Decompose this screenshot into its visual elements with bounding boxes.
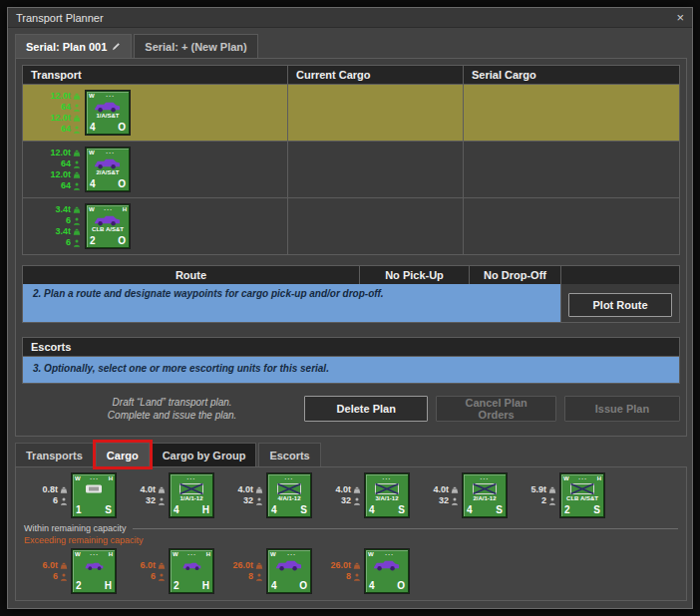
weight-icon [73,93,81,101]
unit-strength: 4 [467,504,473,515]
unit-counter[interactable]: W···1/A/S&T4O [86,91,130,135]
stat-line: 5.9t [530,484,556,495]
stat-line: 6 [66,215,81,226]
bottom-tab-cargo[interactable]: Cargo [96,443,150,466]
cargo-item[interactable]: 5.9t2W···HCLB A/S&T2S [513,473,604,517]
person-icon [73,104,81,112]
unit-counter[interactable]: W···4O [365,549,409,593]
unit-counter[interactable]: W···H2H [72,549,116,593]
person-icon [451,497,459,505]
stat-line: 2 [541,495,556,506]
cancel-plan-orders-button[interactable]: Cancel Plan Orders [436,396,556,422]
transport-row[interactable]: 12.0t6412.0t64W···1/A/S&T4O [23,84,679,141]
bottom-tab-escorts[interactable]: Escorts [258,443,320,466]
command-vehicle-icon [79,482,109,495]
vehicle-silhouette-icon [93,156,123,169]
weight-icon [353,486,361,494]
cargo-item-stats: 4.0t32 [122,484,166,506]
transport-cell: 3.4t63.4t6W···HCLB A/S&T2O [23,198,288,254]
unit-counter[interactable]: W···4O [267,549,311,593]
exceeding-capacity-label-row: Exceeding remaining capacity [24,535,678,545]
cargo-item[interactable]: 4.0t32···1/A/1-124H [122,473,213,517]
cargo-item[interactable]: 4.0t32···3/A/1-124S [317,473,409,517]
unit-designation [366,571,408,578]
cargo-item-stats: 4.0t32 [415,484,459,506]
cargo-item-stats: 6.0t6 [122,560,166,582]
unit-strength: 4 [271,504,277,515]
unit-counter[interactable]: W···HCLB A/S&T2S [560,473,604,517]
current-cargo-cell [288,198,464,254]
route-header-spacer [561,266,679,284]
person-icon [73,182,81,190]
stat-line: 26.0t [232,560,263,571]
plan-action-buttons: Delete PlanCancel Plan OrdersIssue Plan [304,396,680,422]
person-icon [158,573,166,581]
issue-plan-button[interactable]: Issue Plan [564,396,680,422]
unit-counter[interactable]: ···2/A/1-124S [463,473,507,517]
window-titlebar: Transport Planner × [8,8,692,28]
serial-cargo-cell [464,198,679,254]
unit-designation [73,495,115,502]
serial-tab-0[interactable]: Serial: Plan 001 [15,34,132,58]
cargo-item[interactable]: 26.0t8W···4O [219,549,311,593]
cargo-item-stats: 5.9t2 [513,484,556,506]
unit-status-letter: H [202,580,209,591]
unit-status-letter: S [300,504,307,515]
person-icon [60,573,68,581]
stat-line: 32 [439,495,459,506]
cargo-item[interactable]: 26.0t8W···4O [317,549,409,593]
serial-tab-label: Serial: Plan 001 [26,41,107,53]
cargo-panel: 0.8t6W···H1S4.0t32···1/A/1-124H4.0t32···… [15,466,687,601]
plot-route-button[interactable]: Plot Route [568,293,672,317]
plan-status-row: Draft “Land” transport plan. Complete an… [22,396,680,422]
unit-status-letter: O [118,235,126,246]
bottom-tab-cargo-by-group[interactable]: Cargo by Group [152,443,257,466]
weight-icon [73,115,81,123]
transport-cell: 12.0t6412.0t64W···1/A/S&T4O [23,85,288,141]
unit-designation: 2/A/1-12 [464,495,506,502]
cargo-item[interactable]: 6.0t6W···H2H [122,549,213,593]
unit-counter[interactable]: ···3/A/1-124S [365,473,409,517]
weight-icon [158,486,166,494]
weight-icon [73,150,81,157]
cargo-item-stats: 26.0t8 [219,560,263,582]
unit-counter[interactable]: W···H1S [72,473,116,517]
weight-icon [60,486,68,494]
transport-row[interactable]: 12.0t6412.0t64W···2/A/S&T4O [23,141,679,197]
delete-plan-button[interactable]: Delete Plan [304,396,428,422]
close-icon[interactable]: × [676,11,684,24]
unit-designation: CLB A/S&T [561,495,603,502]
unit-designation [73,571,115,578]
plan-status-text: Draft “Land” transport plan. Complete an… [40,396,304,422]
unit-status-letter: O [397,580,405,591]
current-cargo-cell [288,142,464,197]
unit-counter[interactable]: ···4/A/1-124S [267,473,311,517]
unit-counter[interactable]: W···2/A/S&T4O [86,148,130,191]
weight-icon [60,562,68,570]
bottom-tab-transports[interactable]: Transports [15,443,94,466]
infantry-symbol-icon [372,482,402,495]
cargo-item[interactable]: 6.0t6W···H2H [24,549,116,593]
unit-counter[interactable]: ···1/A/1-124H [170,473,213,517]
unit-counter[interactable]: W···H2H [170,549,213,593]
weight-icon [158,562,166,570]
serial-tab-1[interactable]: Serial: + (New Plan) [134,34,257,58]
person-icon [255,573,263,581]
transport-row[interactable]: 3.4t63.4t6W···HCLB A/S&T2O [23,197,679,254]
cargo-item[interactable]: 0.8t6W···H1S [24,473,116,517]
unit-counter[interactable]: W···HCLB A/S&T2O [86,204,130,248]
cargo-exceeding-row: 6.0t6W···H2H6.0t6W···H2H26.0t8W···4O26.0… [24,549,678,593]
route-instruction: 2. Plan a route and designate waypoints … [23,284,561,322]
vehicle-silhouette-icon [93,100,123,113]
cargo-item[interactable]: 4.0t32···2/A/1-124S [415,473,507,517]
within-capacity-label-row: Within remaining capacity [24,523,678,533]
weight-icon [353,562,361,570]
unit-designation: 1/A/1-12 [171,495,212,502]
infantry-symbol-icon [470,482,500,495]
cargo-item[interactable]: 4.0t32···4/A/1-124S [219,473,311,517]
edit-icon [112,42,121,51]
plan-status-line1: Draft “Land” transport plan. [40,396,304,409]
stat-line: 3.4t [55,226,81,237]
no-pickup-column-header: No Pick-Up [360,266,470,284]
stat-line: 6.0t [140,560,166,571]
